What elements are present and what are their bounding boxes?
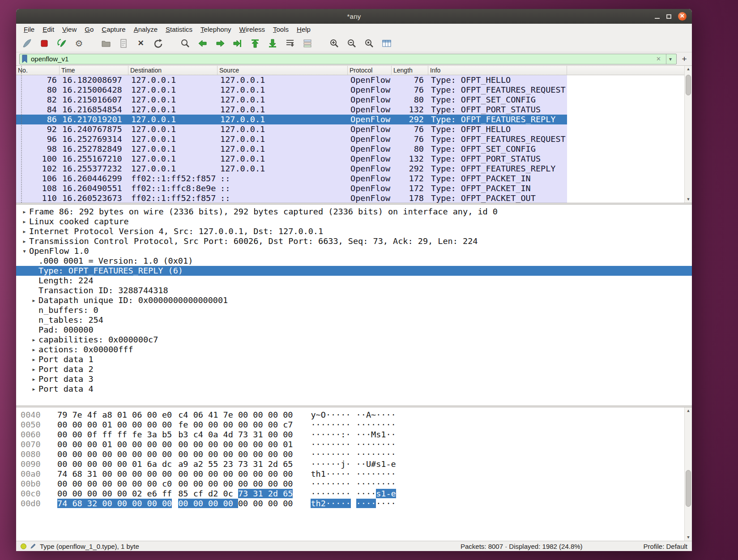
menu-tools[interactable]: Tools (269, 25, 293, 34)
expander-icon[interactable]: ▸ (29, 295, 38, 305)
save-file-button[interactable] (117, 37, 129, 49)
colorize-button[interactable] (301, 37, 313, 49)
column-header-info[interactable]: Info (428, 66, 567, 75)
zoom-reset-button[interactable] (363, 37, 375, 49)
menu-edit[interactable]: Edit (38, 25, 58, 34)
hex-row[interactable]: 00b000 00 00 00 00 00 00 c000 00 00 00 0… (16, 479, 692, 489)
expander-icon[interactable]: ▸ (29, 364, 38, 374)
column-header-dest[interactable]: Destination (128, 66, 218, 75)
column-header-src[interactable]: Source (218, 66, 348, 75)
detail-line[interactable]: ▸Port data 4 (16, 384, 692, 394)
hex-row[interactable]: 006000 00 0f ff ff fe 3a b5b3 c4 0a 4d 7… (16, 430, 692, 440)
capture-start-button[interactable] (21, 37, 33, 49)
detail-line[interactable]: ▸Port data 3 (16, 374, 692, 384)
expander-icon[interactable]: ▸ (29, 384, 38, 394)
display-filter-input[interactable]: openflow_v1 ✕ ▾ (19, 54, 677, 64)
menu-statistics[interactable]: Statistics (162, 25, 196, 34)
detail-line[interactable]: ▸Transmission Control Protocol, Src Port… (16, 236, 692, 246)
maximize-button[interactable] (666, 14, 671, 19)
packet-row[interactable]: 10816.260490551ff02::1:ffc8:8e9e::OpenFl… (16, 184, 567, 193)
go-to-packet-button[interactable] (231, 37, 243, 49)
hex-row[interactable]: 00c000 00 00 00 00 02 e6 ff85 cf d2 0c 7… (16, 489, 692, 499)
detail-line[interactable]: .000 0001 = Version: 1.0 (0x01) (16, 256, 692, 266)
edit-comment-icon[interactable] (30, 543, 36, 549)
packet-row[interactable]: 7616.182008697127.0.0.1127.0.0.1OpenFlow… (16, 75, 567, 85)
scroll-down-icon[interactable]: ▼ (685, 534, 692, 541)
filter-add-button[interactable]: + (680, 54, 689, 64)
menu-analyze[interactable]: Analyze (130, 25, 162, 34)
column-header-len[interactable]: Length (392, 66, 428, 75)
menu-view[interactable]: View (58, 25, 81, 34)
detail-line[interactable]: ▸Linux cooked capture (16, 217, 692, 227)
packet-row[interactable]: 8616.217019201127.0.0.1127.0.0.1OpenFlow… (16, 115, 567, 124)
resize-columns-button[interactable] (380, 37, 392, 49)
go-last-packet-button[interactable] (266, 37, 278, 49)
packet-row[interactable]: 11016.260523673ff02::1:ff52:f857::OpenFl… (16, 193, 567, 203)
detail-line[interactable]: ▸Datapath unique ID: 0x0000000000000001 (16, 295, 692, 305)
filter-clear-icon[interactable]: ✕ (654, 56, 663, 62)
expander-icon[interactable]: ▸ (20, 207, 29, 217)
detail-line[interactable]: ▸Internet Protocol Version 4, Src: 127.0… (16, 227, 692, 236)
detail-line[interactable]: Length: 224 (16, 276, 692, 286)
detail-line[interactable]: ▸Port data 2 (16, 364, 692, 374)
go-first-packet-button[interactable] (249, 37, 261, 49)
detail-line[interactable]: ▸capabilities: 0x000000c7 (16, 335, 692, 345)
detail-line[interactable]: Transaction ID: 3288744318 (16, 286, 692, 295)
scrollbar-thumb[interactable] (686, 470, 691, 507)
filter-dropdown-icon[interactable]: ▾ (666, 54, 674, 64)
detail-line[interactable]: ▾OpenFlow 1.0 (16, 246, 692, 256)
hex-row[interactable]: 009000 00 00 00 00 01 6a dca9 a2 55 23 7… (16, 459, 692, 469)
profile-text[interactable]: Profile: Default (644, 543, 687, 550)
capture-options-button[interactable]: ⚙ (73, 37, 85, 49)
packet-row[interactable]: 9816.252782849127.0.0.1127.0.0.1OpenFlow… (16, 144, 567, 154)
detail-line[interactable]: ▸actions: 0x00000fff (16, 345, 692, 355)
capture-restart-button[interactable] (55, 37, 68, 49)
expander-icon[interactable]: ▸ (20, 236, 29, 246)
find-packet-button[interactable] (179, 37, 191, 49)
packet-row[interactable]: 10616.260446299ff02::1:ff52:f857::OpenFl… (16, 174, 567, 184)
menu-help[interactable]: Help (293, 25, 315, 34)
reload-button[interactable] (152, 37, 164, 49)
expander-icon[interactable]: ▸ (29, 345, 38, 355)
menu-capture[interactable]: Capture (98, 25, 129, 34)
packet-row[interactable]: 8016.215006428127.0.0.1127.0.0.1OpenFlow… (16, 85, 567, 95)
hex-scrollbar[interactable]: ▲ ▼ (684, 407, 692, 541)
column-header-time[interactable]: Time (60, 66, 128, 75)
go-back-button[interactable] (196, 37, 209, 49)
packet-row[interactable]: 8416.216854854127.0.0.1127.0.0.1OpenFlow… (16, 105, 567, 115)
expert-info-icon[interactable] (21, 543, 26, 549)
hex-row[interactable]: 00a074 68 31 00 00 00 00 0000 00 00 00 0… (16, 469, 692, 479)
expander-icon[interactable]: ▾ (20, 246, 29, 256)
hex-row[interactable]: 008000 00 00 00 00 00 00 0000 00 00 00 0… (16, 449, 692, 459)
capture-stop-button[interactable] (38, 37, 50, 49)
menu-wireless[interactable]: Wireless (235, 25, 269, 34)
close-file-button[interactable]: ✕ (135, 37, 147, 49)
zoom-in-button[interactable] (328, 37, 340, 49)
detail-line[interactable]: n_buffers: 0 (16, 305, 692, 315)
menu-go[interactable]: Go (81, 25, 98, 34)
detail-line[interactable]: ▸Frame 86: 292 bytes on wire (2336 bits)… (16, 207, 692, 217)
detail-line[interactable]: Pad: 000000 (16, 325, 692, 335)
zoom-out-button[interactable] (346, 37, 358, 49)
expander-icon[interactable]: ▸ (29, 355, 38, 364)
detail-line[interactable]: ▸Port data 1 (16, 355, 692, 364)
expander-icon[interactable]: ▸ (29, 374, 38, 384)
expander-icon[interactable]: ▸ (20, 227, 29, 236)
column-header-no[interactable]: No. (16, 66, 60, 75)
go-forward-button[interactable] (214, 37, 226, 49)
scroll-up-icon[interactable]: ▲ (685, 407, 692, 414)
column-header-proto[interactable]: Protocol (348, 66, 392, 75)
detail-line[interactable]: n_tables: 254 (16, 315, 692, 325)
minimize-button[interactable] (655, 18, 660, 19)
detail-line[interactable]: Type: OFPT_FEATURES_REPLY (6) (16, 266, 692, 276)
scroll-up-icon[interactable]: ▲ (685, 66, 692, 73)
menu-telephony[interactable]: Telephony (196, 25, 235, 34)
scroll-down-icon[interactable]: ▼ (685, 196, 692, 203)
auto-scroll-button[interactable] (284, 37, 296, 49)
close-button[interactable]: ✕ (678, 12, 687, 21)
packet-row[interactable]: 8216.215016607127.0.0.1127.0.0.1OpenFlow… (16, 95, 567, 105)
hex-row[interactable]: 00d074 68 32 00 00 00 00 0000 00 00 00 0… (16, 499, 692, 509)
hex-row[interactable]: 005000 00 00 01 00 00 00 00fe 00 00 00 0… (16, 420, 692, 430)
packet-row[interactable]: 10216.255377232127.0.0.1127.0.0.1OpenFlo… (16, 164, 567, 174)
packet-list-scrollbar[interactable]: ▲ ▼ (684, 66, 692, 203)
